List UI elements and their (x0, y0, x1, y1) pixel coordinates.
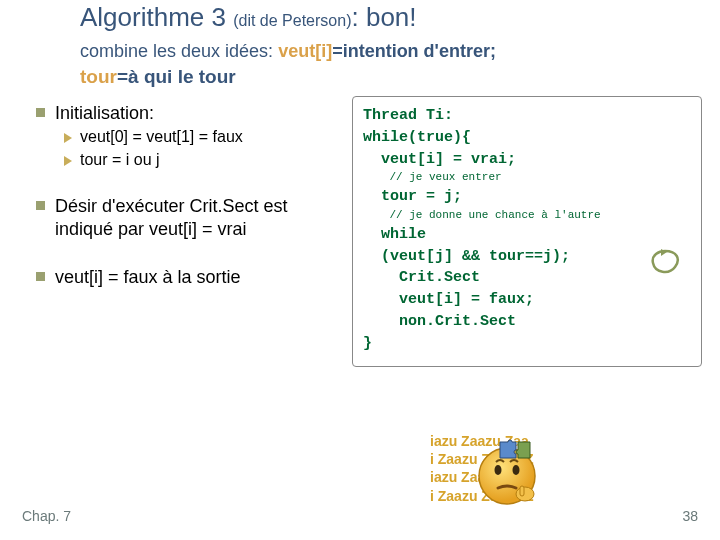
subtitle-eq: =intention d'entrer; (332, 41, 496, 61)
slide-title: Algorithme 3 (dit de Peterson): bon! (80, 2, 720, 33)
tour-highlight: tour (80, 66, 117, 87)
footer-chapter: Chap. 7 (22, 508, 71, 524)
subtitle: combine les deux idées: veut[i]=intentio… (80, 41, 720, 62)
slide: Algorithme 3 (dit de Peterson): bon! com… (0, 2, 720, 367)
subbullet-tour-text: tour = i ou j (80, 150, 160, 171)
code-line: (veut[j] && tour==j); (363, 246, 691, 268)
code-line: tour = j; (363, 186, 691, 208)
code-comment: // je veux entrer (363, 170, 691, 186)
svg-point-2 (513, 465, 520, 475)
square-bullet-icon (36, 108, 45, 117)
arrow-bullet-icon (64, 133, 72, 143)
loop-arrow-icon (645, 247, 685, 279)
code-comment: // je donne une chance à l'autre (363, 208, 691, 224)
title-main: Algorithme 3 (80, 2, 233, 32)
bullet-desir-text: Désir d'exécuter Crit.Sect est indiqué p… (55, 195, 336, 242)
emoji-watermark: iazu Zaazu Zaa i Zaazu Zaazu Z iazu Zaaz… (430, 432, 600, 512)
subtitle-highlight: veut[i] (278, 41, 332, 61)
code-line: Crit.Sect (363, 267, 691, 289)
code-line: while(true){ (363, 127, 691, 149)
bullet-sortie: veut[i] = faux à la sortie (36, 266, 336, 289)
tour-rest: =à qui le tour (117, 66, 236, 87)
title-paren: (dit de Peterson) (233, 12, 351, 29)
footer-page-number: 38 (682, 508, 698, 524)
code-line: Thread Ti: (363, 105, 691, 127)
svg-point-1 (495, 465, 502, 475)
bullet-init: Initialisation: (36, 102, 336, 125)
code-line: veut[i] = faux; (363, 289, 691, 311)
thinking-emoji-icon (470, 436, 544, 514)
code-line: non.Crit.Sect (363, 311, 691, 333)
code-line: veut[i] = vrai; (363, 149, 691, 171)
svg-point-3 (516, 487, 534, 501)
title-tail: : bon! (351, 2, 416, 32)
svg-rect-4 (520, 486, 524, 496)
code-line: while (363, 224, 691, 246)
subbullet-tour: tour = i ou j (64, 150, 336, 171)
code-box: Thread Ti: while(true){ veut[i] = vrai; … (352, 96, 702, 367)
right-column: Thread Ti: while(true){ veut[i] = vrai; … (352, 96, 702, 367)
bullet-desir: Désir d'exécuter Crit.Sect est indiqué p… (36, 195, 336, 242)
subbullet-veut: veut[0] = veut[1] = faux (64, 127, 336, 148)
square-bullet-icon (36, 272, 45, 281)
content-row: Initialisation: veut[0] = veut[1] = faux… (0, 96, 720, 367)
subtitle-lead: combine les deux idées: (80, 41, 278, 61)
left-column: Initialisation: veut[0] = veut[1] = faux… (36, 96, 336, 367)
square-bullet-icon (36, 201, 45, 210)
code-line: } (363, 333, 691, 355)
tour-line: tour=à qui le tour (80, 66, 720, 88)
bullet-sortie-text: veut[i] = faux à la sortie (55, 266, 241, 289)
arrow-bullet-icon (64, 156, 72, 166)
bullet-init-text: Initialisation: (55, 102, 154, 125)
subbullet-veut-text: veut[0] = veut[1] = faux (80, 127, 243, 148)
